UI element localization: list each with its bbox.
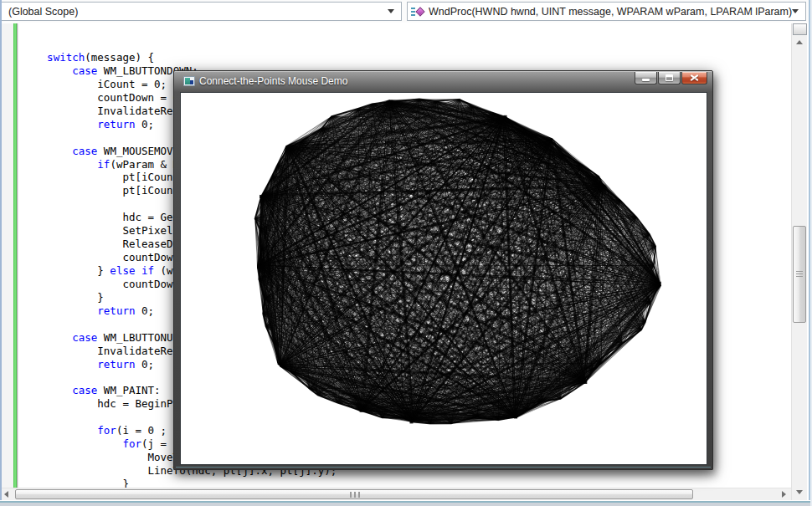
member-dropdown-value: WndProc(HWND hwnd, UINT message, WPARAM … — [429, 6, 792, 18]
gutter-divider-light — [18, 23, 18, 488]
scroll-down-icon[interactable] — [796, 490, 803, 494]
navigation-bar: (Global Scope) WndProc(HWND hwnd, UINT m… — [0, 0, 812, 23]
window-bottom-edge — [0, 500, 812, 506]
window-left-edge — [0, 0, 2, 500]
method-icon — [411, 5, 425, 18]
application-window: (Global Scope) WndProc(HWND hwnd, UINT m… — [0, 0, 812, 506]
vertical-scrollbar[interactable] — [791, 23, 807, 500]
scroll-up-icon[interactable] — [796, 40, 803, 44]
app-icon — [183, 76, 195, 86]
vertical-scrollbar-thumb[interactable] — [793, 226, 806, 323]
close-button[interactable] — [681, 72, 707, 84]
horizontal-scrollbar-thumb[interactable] — [15, 489, 693, 499]
horizontal-scrollbar[interactable] — [0, 488, 791, 500]
chevron-down-icon — [792, 9, 799, 13]
minimize-button[interactable] — [635, 72, 657, 84]
demo-client-area[interactable] — [180, 92, 707, 465]
code-line: } — [22, 478, 406, 488]
demo-canvas[interactable] — [181, 93, 707, 464]
breakpoint-margin[interactable] — [2, 23, 13, 488]
scope-dropdown[interactable]: (Global Scope) — [1, 2, 402, 21]
maximize-icon — [666, 74, 673, 81]
minimize-icon — [642, 79, 650, 81]
scroll-right-icon[interactable] — [782, 491, 786, 498]
code-line: switch(message) { — [22, 51, 406, 64]
member-dropdown[interactable]: WndProc(HWND hwnd, UINT message, WPARAM … — [407, 2, 806, 21]
scroll-left-icon[interactable] — [4, 491, 8, 498]
window-controls — [635, 72, 707, 84]
thumb-grip — [350, 492, 361, 498]
thumb-grip — [796, 271, 803, 278]
maximize-button[interactable] — [658, 72, 681, 84]
splitter-handle[interactable] — [793, 23, 807, 35]
close-icon — [690, 74, 699, 82]
chevron-down-icon — [388, 9, 394, 13]
scope-dropdown-value: (Global Scope) — [8, 6, 388, 18]
demo-window: Connect-the-Points Mouse Demo — [173, 70, 713, 470]
demo-window-titlebar[interactable]: Connect-the-Points Mouse Demo — [174, 71, 712, 93]
demo-window-title: Connect-the-Points Mouse Demo — [199, 75, 347, 87]
